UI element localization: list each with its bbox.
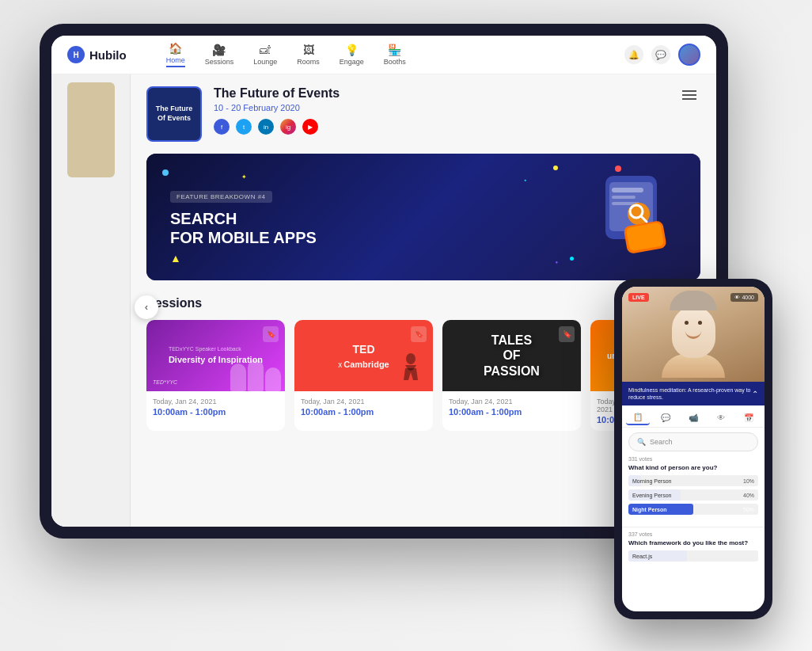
home-icon: 🏠 xyxy=(169,42,182,55)
phone-tab-eye[interactable]: 👁 xyxy=(709,410,733,425)
svg-rect-3 xyxy=(612,196,636,199)
nav-engage[interactable]: 💡 Engage xyxy=(340,44,364,66)
bookmark-btn-3[interactable]: 🔖 xyxy=(559,326,575,342)
poll-option-morning: Morning Person 10% xyxy=(628,475,758,486)
logo-text: Hubilo xyxy=(89,48,127,62)
smile xyxy=(685,331,701,339)
session-time-3: 10:00am - 1:00pm xyxy=(449,407,575,417)
calendar-tab-icon: 📅 xyxy=(744,413,753,422)
poll-label-morning: Morning Person xyxy=(628,478,671,484)
event-logo: The Future Of Events xyxy=(146,86,202,142)
twitter-icon[interactable]: t xyxy=(236,119,252,135)
event-logo-line2: Of Events xyxy=(156,114,193,124)
phone-content-scroll: 331 votes What kind of person are you? M… xyxy=(622,456,765,611)
phone-tab-video[interactable]: 📹 xyxy=(681,410,705,425)
phone-tab-chat[interactable]: 💬 xyxy=(654,410,677,425)
feature-tag: FEATURE BREAKDOWN #4 xyxy=(170,191,272,203)
nav-home[interactable]: 🏠 Home xyxy=(166,42,185,67)
poll-label-react: React.js xyxy=(628,554,652,559)
session-card-body-3: Today, Jan 24, 2021 10:00am - 1:00pm xyxy=(442,391,581,423)
left-sidebar xyxy=(51,74,131,527)
bookmark-btn-1[interactable]: 🔖 xyxy=(263,326,279,342)
phone-video-area: LIVE 👁 4000 xyxy=(622,287,765,382)
session-card-1[interactable]: TEDxYYC Speaker Lookback Diversity of In… xyxy=(146,320,285,431)
poll-label-night: Night Person xyxy=(628,507,667,512)
linkedin-icon[interactable]: in xyxy=(258,119,274,135)
session-thumb-1: TEDxYYC Speaker Lookback Diversity of In… xyxy=(146,320,285,391)
poll-pct-night: 50% xyxy=(743,507,754,512)
hubilo-logo-icon: H xyxy=(67,46,85,63)
phone-search-area: 🔍 Search xyxy=(622,428,765,456)
chat-tab-icon: 💬 xyxy=(661,413,670,422)
session-date-1: Today, Jan 24, 2021 xyxy=(153,398,279,405)
nav-lounge-label: Lounge xyxy=(253,58,277,66)
rooms-icon: 🖼 xyxy=(303,44,314,56)
hamburger-menu-btn[interactable] xyxy=(678,86,700,104)
hair-top xyxy=(670,291,717,310)
session-card-body-1: Today, Jan 24, 2021 10:00am - 1:00pm xyxy=(146,391,285,423)
nav-booths[interactable]: 🏪 Booths xyxy=(384,44,406,66)
search-icon: 🔍 xyxy=(637,438,646,446)
nav-booths-label: Booths xyxy=(384,58,406,66)
phone-session-title: Mindfulness meditation: A research-prove… xyxy=(628,386,752,401)
nav-rooms[interactable]: 🖼 Rooms xyxy=(297,44,320,66)
poll-section-2: Which framework do you like the most? Re… xyxy=(622,539,765,569)
session-date-2: Today, Jan 24, 2021 xyxy=(301,398,427,405)
ted-logo: TED xyxy=(347,341,381,358)
viewer-icon: 👁 xyxy=(734,295,740,300)
video-tab-icon: 📹 xyxy=(689,413,698,422)
user-avatar[interactable] xyxy=(678,44,700,66)
session-card-2[interactable]: TED x Cambridge xyxy=(294,320,433,431)
deco-triangle: ▲ xyxy=(170,252,181,265)
booths-icon: 🏪 xyxy=(388,44,401,56)
event-date: 10 - 20 February 2020 xyxy=(214,103,340,112)
poll-option-react: React.js xyxy=(628,550,758,562)
phone-tab-poll[interactable]: 📋 xyxy=(626,410,650,425)
deco-dot-4 xyxy=(570,257,574,261)
session-card-body-2: Today, Jan 24, 2021 10:00am - 1:00pm xyxy=(294,391,433,423)
session-time-2: 10:00am - 1:00pm xyxy=(301,407,427,417)
phone-expand-btn[interactable]: ⌃ xyxy=(752,390,758,398)
youtube-icon[interactable]: ▶ xyxy=(302,119,318,135)
top-nav: H Hubilo 🏠 Home 🎥 Sessions 🛋 Lounge xyxy=(51,36,716,74)
deco-dot-1 xyxy=(162,169,169,176)
ted-x-area: x Cambridge xyxy=(338,360,389,369)
session-card-3[interactable]: TALESOFPASSION 🔖 Today, Jan 24, 2021 10:… xyxy=(442,320,581,431)
deco-dot-2 xyxy=(553,166,558,170)
poll-label-evening: Evening Person xyxy=(628,493,671,498)
nav-lounge[interactable]: 🛋 Lounge xyxy=(253,44,277,66)
banner-title-line1: SEARCH xyxy=(170,210,237,227)
phone-search-field[interactable]: 🔍 Search xyxy=(628,432,758,451)
poll-option-evening: Evening Person 40% xyxy=(628,489,758,501)
ted-brand: TED xyxy=(347,342,381,356)
nav-sessions[interactable]: 🎥 Sessions xyxy=(205,44,234,66)
prev-arrow-btn[interactable]: ‹ xyxy=(135,295,158,319)
poll-bar-react: React.js xyxy=(628,550,758,562)
eye-left xyxy=(685,321,689,325)
nav-rooms-label: Rooms xyxy=(297,58,320,66)
chat-btn[interactable]: 💬 xyxy=(651,45,670,64)
social-icons: f t in ig ▶ xyxy=(214,119,340,135)
eye-right xyxy=(698,321,702,325)
engage-icon: 💡 xyxy=(345,44,359,56)
poll-question-2: Which framework do you like the most? xyxy=(628,539,758,546)
notification-btn[interactable]: 🔔 xyxy=(624,45,643,64)
nav-items: 🏠 Home 🎥 Sessions 🛋 Lounge 🖼 Rooms xyxy=(166,42,609,67)
phone-tab-calendar[interactable]: 📅 xyxy=(737,410,761,425)
instagram-icon[interactable]: ig xyxy=(280,119,296,135)
sessions-icon: 🎥 xyxy=(212,44,226,56)
svg-point-10 xyxy=(406,353,415,364)
tales-title: TALESOFPASSION xyxy=(484,333,540,379)
poll-bar-morning: Morning Person 10% xyxy=(628,475,758,486)
lounge-icon: 🛋 xyxy=(260,44,271,56)
facebook-icon[interactable]: f xyxy=(214,119,230,135)
deco-purple-dot: ● xyxy=(555,260,558,265)
event-logo-line1: The Future xyxy=(156,105,193,114)
banner-title-line2: FOR MOBILE APPS xyxy=(170,229,317,246)
face xyxy=(672,306,715,358)
session-tag-1: TEDxYYC Speaker Lookback xyxy=(169,346,263,352)
bookmark-btn-2[interactable]: 🔖 xyxy=(411,326,427,342)
session-date-3: Today, Jan 24, 2021 xyxy=(449,398,575,405)
poll-bar-evening: Evening Person 40% xyxy=(628,489,758,501)
viewer-number: 4000 xyxy=(742,295,754,300)
